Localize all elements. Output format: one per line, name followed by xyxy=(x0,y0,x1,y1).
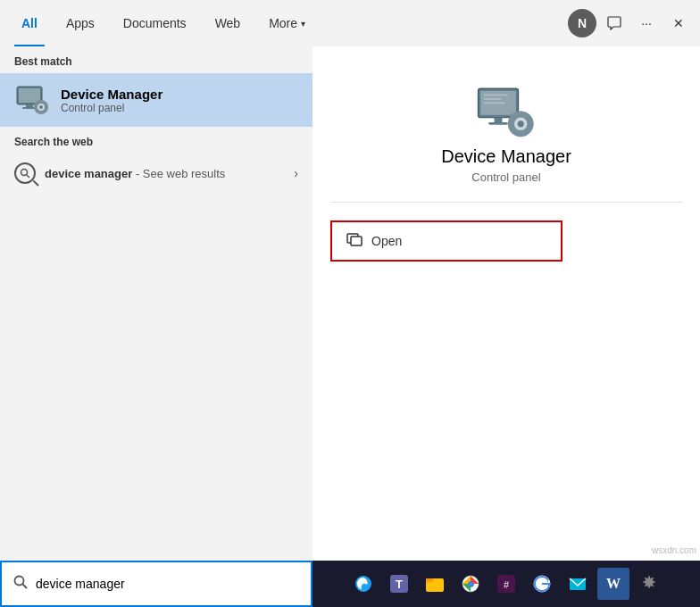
taskbar-explorer-icon[interactable] xyxy=(419,568,451,600)
word-label: W xyxy=(606,576,621,592)
svg-rect-24 xyxy=(520,131,522,137)
taskbar-chrome-icon[interactable] xyxy=(454,568,487,600)
content-area: Best match xyxy=(0,46,700,607)
svg-point-42 xyxy=(468,581,473,586)
best-match-label: Best match xyxy=(0,46,312,73)
open-button-wrapper: Open xyxy=(330,220,682,262)
svg-line-12 xyxy=(27,175,29,178)
svg-point-11 xyxy=(21,170,28,176)
device-manager-large-icon xyxy=(474,82,538,146)
chevron-right-icon: › xyxy=(294,166,298,180)
feedback-button[interactable] xyxy=(600,9,629,37)
taskbar-slack-icon[interactable]: # xyxy=(490,568,522,600)
svg-rect-17 xyxy=(484,103,504,104)
svg-rect-16 xyxy=(484,98,502,100)
right-column: Device Manager Control panel Open xyxy=(312,46,700,607)
taskbar-mail-icon[interactable] xyxy=(562,568,594,600)
close-button[interactable]: ✕ xyxy=(664,9,693,37)
open-label: Open xyxy=(371,234,402,248)
taskbar-settings-icon[interactable] xyxy=(633,568,665,600)
tab-web[interactable]: Web xyxy=(201,0,255,46)
more-button[interactable]: ··· xyxy=(632,9,661,37)
best-match-title: Device Manager xyxy=(61,87,162,102)
svg-rect-7 xyxy=(40,100,42,104)
svg-point-22 xyxy=(518,121,524,127)
tab-apps[interactable]: Apps xyxy=(52,0,109,46)
svg-rect-26 xyxy=(528,122,533,125)
open-icon xyxy=(346,231,362,251)
svg-rect-2 xyxy=(26,104,33,107)
svg-rect-32 xyxy=(351,237,362,245)
chevron-down-icon: ▾ xyxy=(301,19,305,29)
taskbar: T # xyxy=(312,561,700,607)
svg-rect-8 xyxy=(40,111,42,114)
best-match-subtitle: Control panel xyxy=(61,102,162,114)
svg-text:T: T xyxy=(396,578,403,591)
svg-text:#: # xyxy=(504,579,510,590)
avatar[interactable]: N xyxy=(568,9,596,37)
web-search-text: device manager - See web results xyxy=(45,167,294,180)
search-panel: All Apps Documents Web More ▾ N ··· xyxy=(0,0,700,607)
web-search-label: Search the web xyxy=(0,127,312,154)
search-input[interactable] xyxy=(36,577,300,591)
svg-line-34 xyxy=(23,585,28,589)
right-app-title: Device Manager xyxy=(441,146,571,167)
taskbar-edge-icon[interactable] xyxy=(347,568,379,600)
svg-rect-10 xyxy=(45,106,48,108)
svg-rect-15 xyxy=(484,95,508,96)
tab-all[interactable]: All xyxy=(7,0,52,46)
web-search-item[interactable]: device manager - See web results › xyxy=(0,154,312,193)
watermark: wsxdn.com xyxy=(652,545,696,555)
bottom-search-bar xyxy=(0,561,312,607)
svg-rect-25 xyxy=(508,122,513,125)
top-tabs: All Apps Documents Web More ▾ N ··· xyxy=(0,0,700,46)
tab-documents[interactable]: Documents xyxy=(109,0,201,46)
taskbar-teams-icon[interactable]: T xyxy=(383,568,415,600)
taskbar-google-icon[interactable] xyxy=(526,568,558,600)
best-match-item[interactable]: Device Manager Control panel xyxy=(0,73,312,127)
svg-point-6 xyxy=(39,105,43,109)
svg-rect-9 xyxy=(34,106,38,108)
device-manager-icon xyxy=(14,82,50,118)
header-controls: N ··· ✕ xyxy=(568,9,693,37)
best-match-text: Device Manager Control panel xyxy=(61,87,162,114)
tab-more[interactable]: More ▾ xyxy=(254,0,320,46)
taskbar-word-icon[interactable]: W xyxy=(597,568,629,600)
svg-rect-1 xyxy=(19,88,40,103)
svg-rect-18 xyxy=(495,118,503,122)
left-column: Best match xyxy=(0,46,312,607)
search-icon xyxy=(14,162,36,184)
open-button[interactable]: Open xyxy=(330,220,562,262)
svg-rect-19 xyxy=(488,122,508,125)
svg-rect-39 xyxy=(426,578,433,582)
svg-rect-23 xyxy=(520,111,522,116)
svg-point-33 xyxy=(15,577,24,586)
search-bar-icon xyxy=(12,574,29,594)
feedback-icon xyxy=(607,16,621,30)
right-app-subtitle: Control panel xyxy=(471,170,540,184)
right-detail-header: Device Manager Control panel xyxy=(330,82,682,203)
